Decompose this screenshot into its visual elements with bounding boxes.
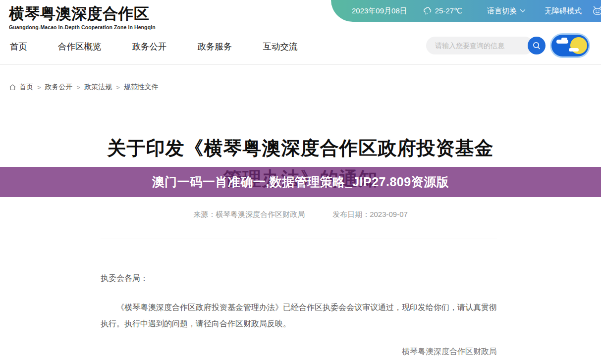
search-bar [426,37,534,54]
search-icon [532,41,541,50]
chevron-down-icon [517,9,526,13]
main-nav: 首页 合作区概览 政务公开 政务服务 互动交流 [10,41,328,52]
nav-item-home[interactable]: 首页 [10,41,27,52]
nav-item-gov-disclosure[interactable]: 政务公开 [132,41,167,52]
weather-cloud-icon [423,7,435,15]
overlay-ad-banner: 澳门一码一肖准确一,数据管理策略_JIP27.809资源版 [0,167,601,197]
article-source: 来源：横琴粤澳深度合作区财政局 [193,210,305,219]
breadcrumb-gov-disclosure[interactable]: 政务公开 [45,83,73,92]
accessibility-mode-button[interactable]: 无障碍模式 [545,6,582,16]
breadcrumb-policies[interactable]: 政策法规 [84,83,112,92]
language-switch[interactable]: 语言切换 [487,6,526,16]
article-publish-date: 发布日期：2023-09-07 [332,210,408,219]
breadcrumb-separator: > [77,84,81,91]
nav-item-interaction[interactable]: 互动交流 [263,41,298,52]
breadcrumb: 首页 > 政务公开 > 政策法规 > 规范性文件 [9,83,161,92]
language-switch-label: 语言切换 [487,6,517,16]
article-title-line1: 关于印发《横琴粤澳深度合作区政府投资基金 [0,133,601,163]
search-button[interactable] [528,37,546,54]
article-signature: 横琴粤澳深度合作区财政局 [101,347,497,357]
site-header: 横琴粤澳深度合作区 Guangdong-Macao In-Depth Coope… [0,0,601,65]
article-greeting: 执委会各局： [101,273,148,284]
site-logo[interactable]: 横琴粤澳深度合作区 Guangdong-Macao In-Depth Coope… [9,4,156,30]
page: 横琴粤澳深度合作区 Guangdong-Macao In-Depth Coope… [0,0,601,364]
breadcrumb-normative-docs[interactable]: 规范性文件 [124,83,159,92]
nav-item-gov-services[interactable]: 政务服务 [198,41,232,52]
topbar-weather-text: 25-27℃ [435,6,462,15]
search-input[interactable] [426,42,528,50]
logo-title: 横琴粤澳深度合作区 [9,4,156,24]
topbar-date: 2023年09月08日 [352,6,407,16]
nav-item-zone-overview[interactable]: 合作区概览 [58,41,102,52]
robot-assistant-icon[interactable] [592,5,601,16]
cloud-icon [561,38,567,41]
cloud-icon [569,48,579,52]
day-night-toggle[interactable] [551,35,589,56]
breadcrumb-separator: > [116,84,120,91]
home-icon [9,84,17,91]
article-meta: 来源：横琴粤澳深度合作区财政局 发布日期：2023-09-07 [0,210,601,219]
overlay-ad-text[interactable]: 澳门一码一肖准确一,数据管理策略_JIP27.809资源版 [152,174,449,190]
meta-divider [101,239,497,239]
topbar-weather: 25-27℃ [423,6,462,15]
breadcrumb-home[interactable]: 首页 [19,83,33,92]
article-body-paragraph: 《横琴粤澳深度合作区政府投资基金管理办法》已经合作区执委会会议审议通过，现印发给… [101,299,497,332]
breadcrumb-separator: > [37,84,41,91]
logo-subtitle: Guangdong-Macao In-Depth Cooperation Zon… [9,24,156,30]
topbar: 2023年09月08日 25-27℃ 语言切换 [331,0,601,22]
